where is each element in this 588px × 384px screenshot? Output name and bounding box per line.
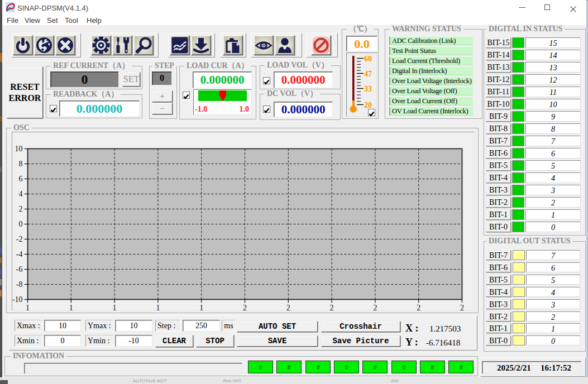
svg-text:1: 1 <box>113 304 117 311</box>
svg-text:2: 2 <box>19 205 23 213</box>
svg-text:1: 1 <box>26 304 30 311</box>
svg-text:8: 8 <box>19 160 23 168</box>
svg-text:47: 47 <box>364 70 372 78</box>
svg-text:1: 1 <box>69 304 73 311</box>
svg-text:4: 4 <box>19 190 23 198</box>
svg-text:1: 1 <box>156 304 160 311</box>
svg-text:-8: -8 <box>16 280 23 289</box>
svg-text:2: 2 <box>373 304 377 311</box>
svg-text:2: 2 <box>243 304 247 311</box>
svg-text:0: 0 <box>19 220 23 228</box>
svg-text:-2: -2 <box>16 235 23 243</box>
svg-text:2: 2 <box>330 304 334 311</box>
svg-text:20: 20 <box>364 101 372 109</box>
svg-text:1: 1 <box>199 304 203 311</box>
svg-text:60: 60 <box>364 55 372 63</box>
svg-text:2: 2 <box>460 304 464 311</box>
svg-text:2: 2 <box>286 304 290 311</box>
svg-text:-10: -10 <box>12 295 23 304</box>
svg-text:-4: -4 <box>16 250 23 258</box>
svg-text:-6: -6 <box>16 265 23 273</box>
svg-text:33: 33 <box>364 85 372 93</box>
svg-text:6: 6 <box>19 175 23 183</box>
svg-text:10: 10 <box>15 145 23 153</box>
svg-text:2: 2 <box>417 304 420 311</box>
